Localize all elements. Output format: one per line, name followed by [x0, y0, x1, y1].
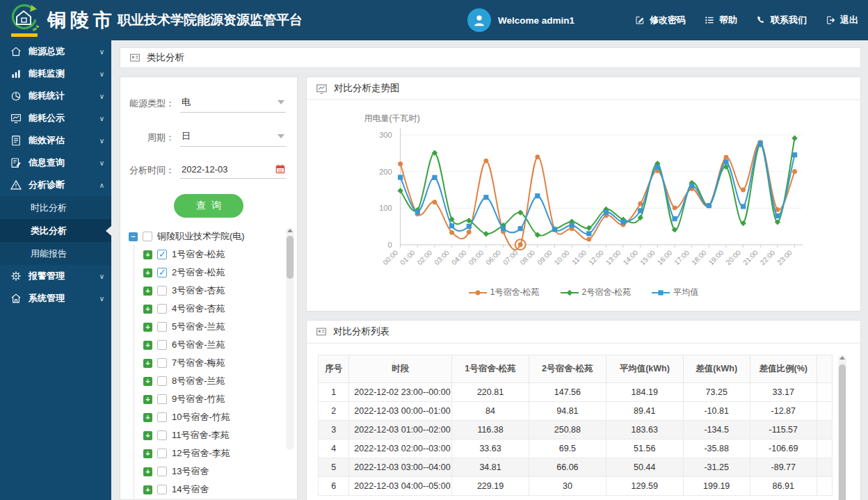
- legend-item[interactable]: 2号宿舍-松苑: [561, 287, 632, 298]
- table-scrollbar[interactable]: [838, 355, 846, 500]
- energy-type-select[interactable]: 电: [180, 94, 286, 113]
- table-cell: 3: [319, 421, 349, 439]
- expand-icon[interactable]: +: [143, 485, 152, 494]
- legend-item[interactable]: 平均值: [652, 287, 698, 298]
- tree-checkbox[interactable]: [157, 412, 167, 422]
- sidebar-item[interactable]: 信息查询 ∨: [0, 152, 111, 174]
- tree-checkbox[interactable]: [157, 268, 167, 277]
- brand-platform-title: 职业技术学院能源资源监管平台: [118, 11, 303, 29]
- tree-checkbox[interactable]: [157, 322, 167, 332]
- sidebar-item[interactable]: 能耗监测 ∨: [0, 63, 111, 85]
- chevron-down-icon: ∨: [99, 137, 104, 145]
- svg-text:03:00: 03:00: [433, 248, 451, 266]
- tree-checkbox[interactable]: [157, 286, 167, 296]
- expand-icon[interactable]: +: [143, 287, 152, 296]
- table-cell: -10.81: [683, 402, 750, 421]
- svg-text:15:00: 15:00: [638, 248, 657, 266]
- expand-icon[interactable]: +: [143, 395, 152, 404]
- expand-icon[interactable]: +: [143, 449, 152, 458]
- trend-chart-panel: 对比分析走势图 010020030000:0001:0002:0003:0004…: [306, 76, 861, 312]
- document-icon: [10, 134, 22, 147]
- user-avatar-icon[interactable]: [467, 8, 491, 32]
- table-row: 62022-12-03 04:00--05:00229.1930129.5919…: [319, 477, 833, 496]
- header-action-list[interactable]: 帮助: [704, 14, 737, 26]
- sidebar-item[interactable]: 能效评估 ∨: [0, 129, 111, 152]
- expand-icon[interactable]: +: [143, 377, 152, 386]
- tree-checkbox[interactable]: [157, 449, 167, 458]
- sidebar-item[interactable]: 系统管理 ∨: [0, 287, 111, 309]
- tree-checkbox[interactable]: [157, 394, 167, 404]
- sidebar-subitem[interactable]: 时比分析: [0, 196, 111, 219]
- svg-text:19:00: 19:00: [707, 248, 725, 266]
- tree-checkbox[interactable]: [157, 376, 167, 386]
- tree-checkbox[interactable]: [157, 467, 167, 476]
- table-cell: 84: [452, 402, 529, 421]
- scroll-up-icon[interactable]: [287, 229, 293, 232]
- svg-text:13:00: 13:00: [604, 248, 622, 266]
- sidebar-item[interactable]: 能源总览 ∨: [0, 40, 111, 63]
- sidebar-item[interactable]: 分析诊断 ∧: [0, 174, 111, 196]
- header-action-edit[interactable]: 修改密码: [634, 14, 686, 26]
- tree-scrollbar-thumb[interactable]: [287, 236, 294, 279]
- legend-marker-icon: [652, 289, 670, 296]
- sidebar-subitem[interactable]: 用能报告: [0, 242, 111, 265]
- tree-checkbox[interactable]: [157, 485, 167, 494]
- welcome-user[interactable]: Welcome admin1: [467, 8, 574, 32]
- svg-text:18:00: 18:00: [690, 248, 708, 266]
- pie-chart-icon: [10, 90, 22, 102]
- svg-text:12:00: 12:00: [587, 248, 605, 266]
- sidebar-nav: 能源总览 ∨ 能耗监测 ∨ 能耗统计 ∨ 能耗公示 ∨ 能效评估 ∨ 信息查询 …: [0, 40, 111, 500]
- header-action-logout[interactable]: 退出: [825, 14, 858, 26]
- scroll-up-icon[interactable]: [839, 356, 845, 360]
- tree-node: + 8号宿舍-兰苑: [143, 372, 297, 390]
- calendar-icon[interactable]: [275, 163, 286, 177]
- expand-icon[interactable]: +: [143, 413, 152, 422]
- gear-icon: [10, 270, 22, 282]
- expand-icon[interactable]: +: [143, 359, 152, 368]
- trend-line-chart[interactable]: 010020030000:0001:0002:0003:0004:0005:00…: [311, 108, 856, 284]
- sidebar-item[interactable]: 能耗统计 ∨: [0, 85, 111, 107]
- tree-checkbox[interactable]: [157, 358, 167, 368]
- expand-icon[interactable]: +: [143, 250, 152, 259]
- expand-icon[interactable]: +: [143, 341, 152, 350]
- expand-icon[interactable]: +: [143, 268, 152, 277]
- expand-icon[interactable]: +: [143, 431, 152, 440]
- legend-item[interactable]: 1号宿舍-松苑: [469, 287, 540, 298]
- tree-checkbox[interactable]: [157, 250, 167, 259]
- sidebar-subitem[interactable]: 类比分析: [0, 219, 111, 242]
- svg-text:16:00: 16:00: [656, 248, 674, 266]
- table-row: 32022-12-03 01:00--02:00116.38250.88183.…: [319, 421, 833, 439]
- tree-scrollbar[interactable]: [286, 227, 294, 450]
- tree-checkbox[interactable]: [143, 232, 152, 241]
- tree-node: + 14号宿舍: [143, 481, 297, 499]
- header-action-phone[interactable]: 联系我们: [755, 14, 807, 26]
- table-scrollbar-thumb[interactable]: [839, 364, 846, 500]
- search-button[interactable]: 查询: [174, 194, 243, 218]
- table-cell: 199.19: [683, 477, 750, 496]
- analysis-time-input[interactable]: 2022-12-03: [180, 162, 286, 179]
- tree-checkbox[interactable]: [157, 340, 167, 350]
- tree-checkbox[interactable]: [157, 304, 167, 314]
- table-header-cell: 2号宿舍-松苑: [529, 355, 606, 383]
- home-icon: [10, 45, 22, 58]
- svg-text:06:00: 06:00: [484, 248, 502, 266]
- table-cell: -115.57: [750, 421, 817, 439]
- table-cell: -89.77: [750, 458, 817, 477]
- system-home-icon: [10, 292, 22, 305]
- tree-root-node: − 铜陵职业技术学院(电): [129, 227, 297, 245]
- table-cell: 5: [319, 458, 349, 477]
- table-row: 22022-12-03 00:00--01:008494.8189.41-10.…: [319, 402, 833, 421]
- table-cell: 229.19: [452, 477, 529, 496]
- tree-node: + 13号宿舍: [143, 462, 297, 481]
- period-select[interactable]: 日: [180, 128, 286, 147]
- table-cell: 129.59: [606, 477, 683, 496]
- expand-icon[interactable]: +: [143, 467, 152, 476]
- expand-icon[interactable]: +: [143, 323, 152, 332]
- tree-checkbox[interactable]: [157, 430, 167, 440]
- expand-icon[interactable]: +: [143, 305, 152, 314]
- sidebar-item[interactable]: 能耗公示 ∨: [0, 107, 111, 129]
- sidebar-item[interactable]: 报警管理 ∨: [0, 265, 111, 287]
- table-header-cell: 序号: [319, 355, 349, 383]
- svg-text:07:00: 07:00: [501, 248, 520, 266]
- collapse-icon[interactable]: −: [129, 232, 138, 241]
